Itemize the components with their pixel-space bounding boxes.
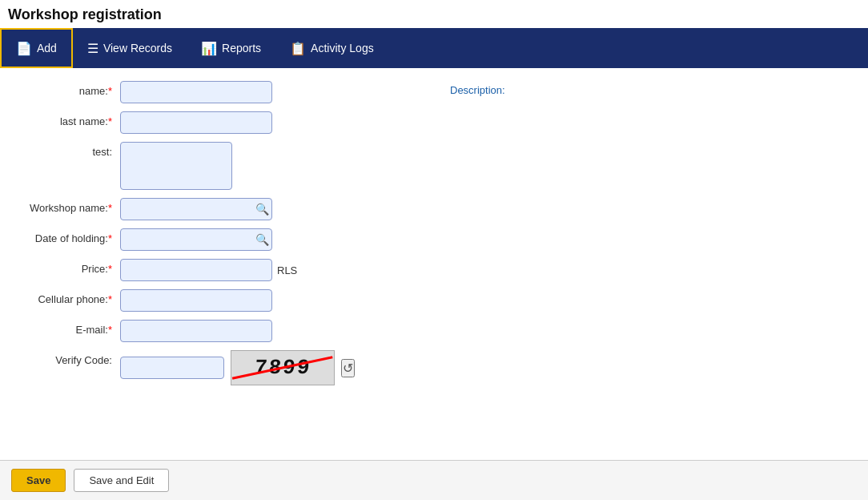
nav-activity-logs[interactable]: 📋 Activity Logs bbox=[275, 28, 388, 68]
nav-reports[interactable]: 📊 Reports bbox=[187, 28, 275, 68]
verify-code-row: Verify Code: 7899 ↺ bbox=[16, 350, 418, 385]
email-label: E-mail:* bbox=[16, 320, 112, 336]
captcha-wrap: 7899 ↺ bbox=[120, 350, 355, 385]
date-input[interactable] bbox=[120, 228, 272, 251]
name-label: name:* bbox=[16, 81, 112, 97]
form-left: name:* last name:* test: Workshop name:*… bbox=[16, 81, 418, 393]
captcha-image: 7899 bbox=[231, 350, 335, 385]
cellular-label: Cellular phone:* bbox=[16, 289, 112, 305]
logs-icon: 📋 bbox=[290, 41, 306, 56]
test-row: test: bbox=[16, 142, 418, 190]
test-textarea[interactable] bbox=[120, 142, 232, 190]
price-label: Price:* bbox=[16, 259, 112, 275]
last-name-label: last name:* bbox=[16, 111, 112, 127]
email-input[interactable] bbox=[120, 320, 272, 342]
workshop-name-label: Workshop name:* bbox=[16, 198, 112, 214]
reports-icon: 📊 bbox=[201, 41, 217, 56]
name-row: name:* bbox=[16, 81, 418, 103]
workshop-name-row: Workshop name:* 🔍 bbox=[16, 198, 418, 220]
date-search-icon[interactable]: 🔍 bbox=[255, 233, 269, 246]
cellular-input[interactable] bbox=[120, 289, 272, 312]
nav-add[interactable]: 📄 Add bbox=[0, 28, 73, 68]
date-row: Date of holding:* 🔍 bbox=[16, 228, 418, 251]
nav-view-records[interactable]: ☰ View Records bbox=[73, 28, 187, 68]
email-row: E-mail:* bbox=[16, 320, 418, 342]
date-label: Date of holding:* bbox=[16, 228, 112, 244]
verify-code-label: Verify Code: bbox=[16, 350, 112, 366]
workshop-name-input-wrap: 🔍 bbox=[120, 198, 272, 220]
workshop-name-input[interactable] bbox=[120, 198, 272, 220]
add-icon: 📄 bbox=[16, 41, 32, 56]
price-input[interactable] bbox=[120, 259, 272, 281]
last-name-input[interactable] bbox=[120, 111, 272, 134]
list-icon: ☰ bbox=[87, 41, 98, 56]
description-label: Description: bbox=[450, 84, 505, 96]
price-input-wrap: RLS bbox=[120, 259, 297, 281]
test-label: test: bbox=[16, 142, 112, 158]
cellular-row: Cellular phone:* bbox=[16, 289, 418, 312]
price-unit: RLS bbox=[277, 264, 297, 276]
page-title: Workshop registration bbox=[0, 0, 868, 28]
form-right: Description: bbox=[450, 81, 852, 393]
form-area: name:* last name:* test: Workshop name:*… bbox=[0, 68, 868, 406]
name-input[interactable] bbox=[120, 81, 272, 103]
last-name-row: last name:* bbox=[16, 111, 418, 134]
verify-code-input[interactable] bbox=[120, 357, 224, 379]
price-row: Price:* RLS bbox=[16, 259, 418, 281]
nav-bar: 📄 Add ☰ View Records 📊 Reports 📋 Activit… bbox=[0, 28, 868, 68]
captcha-refresh-button[interactable]: ↺ bbox=[341, 359, 355, 377]
date-input-wrap: 🔍 bbox=[120, 228, 272, 251]
workshop-name-search-icon[interactable]: 🔍 bbox=[255, 203, 269, 216]
